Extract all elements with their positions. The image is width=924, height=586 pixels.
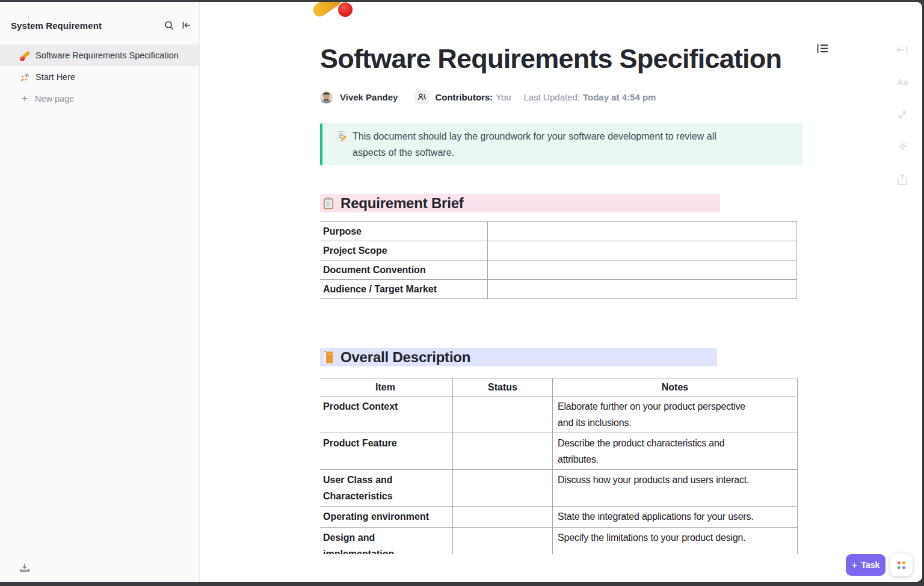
- new-page-button[interactable]: + New page: [0, 88, 199, 109]
- right-toolbar: Aa: [896, 45, 909, 185]
- share-icon[interactable]: [896, 174, 908, 185]
- sidebar: System Requirement Software Requirements…: [0, 2, 200, 582]
- collapse-sidebar-icon[interactable]: [181, 20, 192, 31]
- status-cell[interactable]: [453, 396, 553, 433]
- notes-cell[interactable]: Elaborate further on your product perspe…: [553, 396, 798, 433]
- ai-sparkle-icon[interactable]: [896, 142, 908, 152]
- task-button-label: Task: [861, 560, 880, 570]
- item-cell[interactable]: Product Context: [320, 396, 453, 433]
- brief-row-label[interactable]: Document Convention: [320, 261, 488, 280]
- plus-icon: +: [852, 560, 858, 570]
- document-byline: Vivek Pandey Contributors: You Last Upda…: [320, 89, 656, 105]
- memo-emoji: [336, 131, 347, 142]
- last-updated-label: Last Updated:: [524, 92, 580, 102]
- table-row: Document Convention: [320, 261, 797, 280]
- brief-row-value[interactable]: [488, 280, 797, 299]
- table-row: Design and implementation Specify the li…: [320, 528, 798, 555]
- callout-text: This document should lay the groundwork …: [353, 128, 716, 161]
- notes-cell[interactable]: Specify the limitations to your product …: [553, 528, 798, 555]
- table-row: Project Scope: [320, 241, 797, 261]
- document-title[interactable]: Software Requirements Specification: [320, 43, 781, 75]
- table-row: Operating environment State the integrat…: [320, 507, 798, 528]
- sidebar-item-software-requirements-specification[interactable]: Software Requirements Specification: [0, 45, 199, 66]
- sidebar-item-start-here[interactable]: Start Here: [0, 66, 199, 88]
- table-row: Audience / Target Market: [320, 280, 797, 299]
- search-icon[interactable]: [164, 20, 174, 31]
- contributors-icon: [414, 90, 429, 104]
- sidebar-item-label: Start Here: [35, 72, 75, 82]
- table-row: Product Context Elaborate further on you…: [320, 396, 798, 433]
- import-icon[interactable]: [19, 563, 30, 573]
- item-cell[interactable]: Product Feature: [320, 433, 453, 470]
- brief-row-value[interactable]: [488, 241, 797, 261]
- add-task-button[interactable]: + Task: [846, 554, 886, 576]
- status-cell[interactable]: [453, 470, 553, 507]
- new-page-label: New page: [35, 94, 74, 103]
- brief-row-value[interactable]: [488, 222, 797, 241]
- section-heading-text: Overall Description: [340, 349, 470, 366]
- requirement-brief-table: Purpose Project Scope Document Conventio…: [320, 221, 797, 299]
- relationship-icon[interactable]: [896, 109, 908, 120]
- item-cell[interactable]: User Class and Characteristics: [320, 470, 453, 507]
- orange-book-emoji: [322, 351, 335, 364]
- table-row: User Class and Characteristics Discuss h…: [320, 470, 798, 507]
- section-heading-requirement-brief[interactable]: Requirement Brief: [320, 194, 720, 212]
- brief-row-label[interactable]: Purpose: [320, 222, 488, 241]
- notes-cell[interactable]: Discuss how your products and users inte…: [553, 470, 798, 507]
- callout-banner[interactable]: This document should lay the groundwork …: [320, 123, 803, 165]
- brief-row-value[interactable]: [488, 261, 797, 280]
- table-row: Product Feature Describe the product cha…: [320, 433, 798, 470]
- table-of-contents-icon[interactable]: [817, 43, 828, 54]
- brief-row-label[interactable]: Project Scope: [320, 241, 488, 261]
- sidebar-item-label: Software Requirements Specification: [35, 51, 179, 60]
- sidebar-title: System Requirement: [11, 20, 102, 31]
- item-cell[interactable]: Operating environment: [320, 507, 453, 528]
- notes-cell[interactable]: Describe the product characteristics and…: [553, 433, 798, 470]
- column-header[interactable]: Status: [453, 378, 553, 396]
- app-window: System Requirement Software Requirements…: [0, 2, 922, 582]
- font-settings-icon[interactable]: Aa: [896, 77, 908, 87]
- overall-description-table: Item Status Notes Product Context Elabor…: [320, 378, 798, 554]
- contributors-label: Contributors:: [435, 92, 493, 102]
- status-cell[interactable]: [453, 528, 553, 555]
- indent-arrow-icon[interactable]: [896, 45, 908, 55]
- rocket-emoji: [20, 72, 30, 82]
- column-header[interactable]: Item: [320, 378, 453, 396]
- table-row: Purpose: [320, 222, 797, 241]
- apps-grid-icon: [898, 561, 905, 569]
- brief-row-label[interactable]: Audience / Target Market: [320, 280, 488, 299]
- sidebar-header: System Requirement: [11, 19, 192, 32]
- last-updated-value: Today at 4:54 pm: [583, 92, 656, 102]
- clipboard-emoji: [322, 197, 335, 210]
- column-header[interactable]: Notes: [553, 378, 798, 396]
- status-cell[interactable]: [453, 433, 553, 470]
- section-heading-text: Requirement Brief: [340, 195, 464, 212]
- document-area: Software Requirements Specification Vive…: [200, 2, 922, 582]
- contributors-value[interactable]: You: [496, 92, 511, 102]
- plus-icon: +: [20, 94, 29, 103]
- notes-cell[interactable]: State the integrated applications for yo…: [553, 507, 798, 528]
- apps-grid-button[interactable]: [890, 554, 913, 576]
- item-cell[interactable]: Design and implementation: [320, 528, 453, 555]
- author-avatar: [320, 91, 333, 103]
- cricket-bat-and-ball-emoji: [20, 51, 30, 61]
- author-name[interactable]: Vivek Pandey: [340, 92, 398, 102]
- status-cell[interactable]: [453, 507, 553, 528]
- table-header-row: Item Status Notes: [320, 378, 798, 396]
- section-heading-overall-description[interactable]: Overall Description: [320, 348, 717, 366]
